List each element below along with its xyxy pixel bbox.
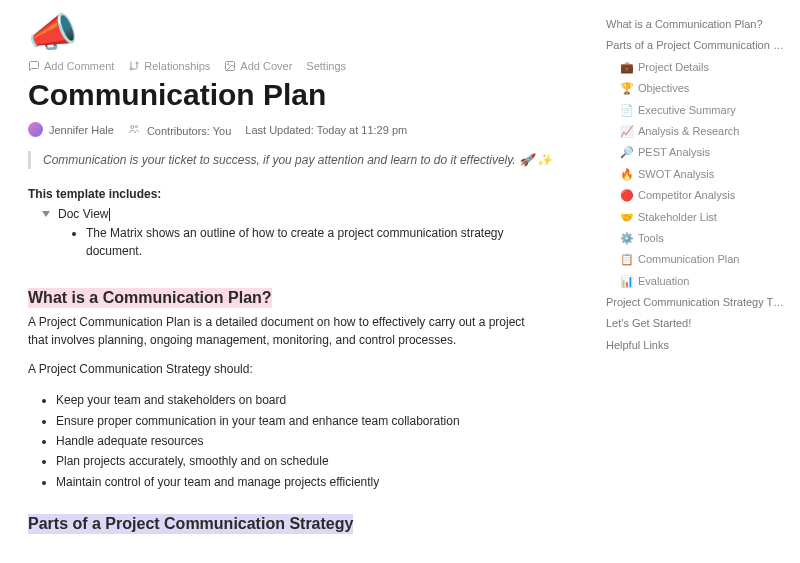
page-title[interactable]: Communication Plan: [28, 78, 574, 112]
list-item: Maintain control of your team and manage…: [56, 472, 574, 492]
chevron-down-icon[interactable]: [42, 211, 50, 217]
settings-label: Settings: [306, 60, 346, 72]
matrix-list[interactable]: The Matrix shows an outline of how to cr…: [86, 225, 516, 260]
outline-item[interactable]: 🔎PEST Analysis: [606, 142, 786, 163]
what-is-p2[interactable]: A Project Communication Strategy should:: [28, 361, 528, 378]
add-cover-button[interactable]: Add Cover: [224, 60, 292, 72]
page-icon[interactable]: 📣: [28, 12, 574, 52]
add-cover-label: Add Cover: [240, 60, 292, 72]
main-document: 📣 Add Comment Relationships Add Cover Se…: [0, 0, 602, 563]
strategy-list[interactable]: Keep your team and stakeholders on board…: [56, 390, 574, 492]
outline-emoji: 🔎: [620, 146, 634, 158]
outline-label: Executive Summary: [638, 104, 736, 116]
contributors-value: You: [213, 125, 232, 137]
outline-item[interactable]: Let's Get Started!: [606, 313, 786, 334]
outline-emoji: 📄: [620, 104, 634, 116]
outline-item[interactable]: Helpful Links: [606, 335, 786, 356]
outline-item[interactable]: 🔴Competitor Analysis: [606, 185, 786, 206]
outline-item[interactable]: 💼Project Details: [606, 57, 786, 78]
last-updated-value: Today at 11:29 pm: [317, 124, 408, 136]
doc-view-row[interactable]: Doc View: [42, 207, 574, 221]
list-item: Plan projects accurately, smoothly and o…: [56, 451, 574, 471]
svg-point-4: [131, 125, 134, 128]
outline-emoji: 🏆: [620, 82, 634, 94]
outline-item[interactable]: 🔥SWOT Analysis: [606, 164, 786, 185]
outline-item[interactable]: Parts of a Project Communication St…: [606, 35, 786, 56]
outline-item[interactable]: 📄Executive Summary: [606, 100, 786, 121]
outline-item[interactable]: Project Communication Strategy Tips!: [606, 292, 786, 313]
what-is-p1[interactable]: A Project Communication Plan is a detail…: [28, 314, 528, 349]
outline-item[interactable]: 🏆Objectives: [606, 78, 786, 99]
list-item: Handle adequate resources: [56, 431, 574, 451]
what-is-heading[interactable]: What is a Communication Plan?: [28, 288, 272, 308]
outline-item[interactable]: 📋Communication Plan: [606, 249, 786, 270]
matrix-desc: The Matrix shows an outline of how to cr…: [86, 225, 516, 260]
outline-label: Communication Plan: [638, 253, 740, 265]
outline-item[interactable]: 📊Evaluation: [606, 271, 786, 292]
list-item: Keep your team and stakeholders on board: [56, 390, 574, 410]
outline-label: Project Details: [638, 61, 709, 73]
relationships-label: Relationships: [144, 60, 210, 72]
outline-emoji: 📈: [620, 125, 634, 137]
outline-emoji: ⚙️: [620, 232, 634, 244]
contributors[interactable]: Contributors: You: [128, 123, 231, 137]
outline-emoji: 🔴: [620, 189, 634, 201]
outline-item[interactable]: 📈Analysis & Research: [606, 121, 786, 142]
contributors-label: Contributors:: [147, 125, 210, 137]
parts-heading[interactable]: Parts of a Project Communication Strateg…: [28, 514, 353, 534]
last-updated-label: Last Updated:: [245, 124, 314, 136]
image-icon: [224, 60, 236, 72]
settings-button[interactable]: Settings: [306, 60, 346, 72]
outline-label: Let's Get Started!: [606, 317, 691, 329]
toolbar: Add Comment Relationships Add Cover Sett…: [28, 60, 574, 72]
outline-label: Project Communication Strategy Tips!: [606, 296, 786, 308]
svg-point-3: [228, 64, 230, 66]
outline-label: Competitor Analysis: [638, 189, 735, 201]
outline-emoji: 🔥: [620, 168, 634, 180]
quote-block[interactable]: Communication is your ticket to success,…: [28, 151, 574, 169]
relationships-icon: [128, 60, 140, 72]
add-comment-label: Add Comment: [44, 60, 114, 72]
author[interactable]: Jennifer Hale: [28, 122, 114, 137]
outline-label: Tools: [638, 232, 664, 244]
outline-label: SWOT Analysis: [638, 168, 714, 180]
text-cursor: [109, 208, 110, 221]
outline-label: Analysis & Research: [638, 125, 740, 137]
outline-item[interactable]: 🤝Stakeholder List: [606, 207, 786, 228]
svg-point-1: [136, 62, 138, 64]
comment-icon: [28, 60, 40, 72]
add-comment-button[interactable]: Add Comment: [28, 60, 114, 72]
outline-item[interactable]: ⚙️Tools: [606, 228, 786, 249]
outline-panel: What is a Communication Plan?Parts of a …: [602, 0, 800, 563]
page-meta: Jennifer Hale Contributors: You Last Upd…: [28, 122, 574, 137]
relationships-button[interactable]: Relationships: [128, 60, 210, 72]
people-icon: [128, 123, 140, 135]
outline-label: What is a Communication Plan?: [606, 18, 763, 30]
author-name: Jennifer Hale: [49, 124, 114, 136]
outline-emoji: 📋: [620, 253, 634, 265]
outline-item[interactable]: What is a Communication Plan?: [606, 14, 786, 35]
outline-label: Stakeholder List: [638, 211, 717, 223]
outline-label: PEST Analysis: [638, 146, 710, 158]
outline-emoji: 📊: [620, 275, 634, 287]
includes-heading[interactable]: This template includes:: [28, 187, 574, 201]
outline-label: Objectives: [638, 82, 689, 94]
outline-label: Parts of a Project Communication St…: [606, 39, 786, 51]
outline-label: Evaluation: [638, 275, 689, 287]
avatar: [28, 122, 43, 137]
outline-emoji: 🤝: [620, 211, 634, 223]
outline-emoji: 💼: [620, 61, 634, 73]
svg-point-5: [135, 125, 137, 127]
last-updated: Last Updated: Today at 11:29 pm: [245, 124, 407, 136]
doc-view-label: Doc View: [58, 207, 110, 221]
outline-label: Helpful Links: [606, 339, 669, 351]
list-item: Ensure proper communication in your team…: [56, 411, 574, 431]
